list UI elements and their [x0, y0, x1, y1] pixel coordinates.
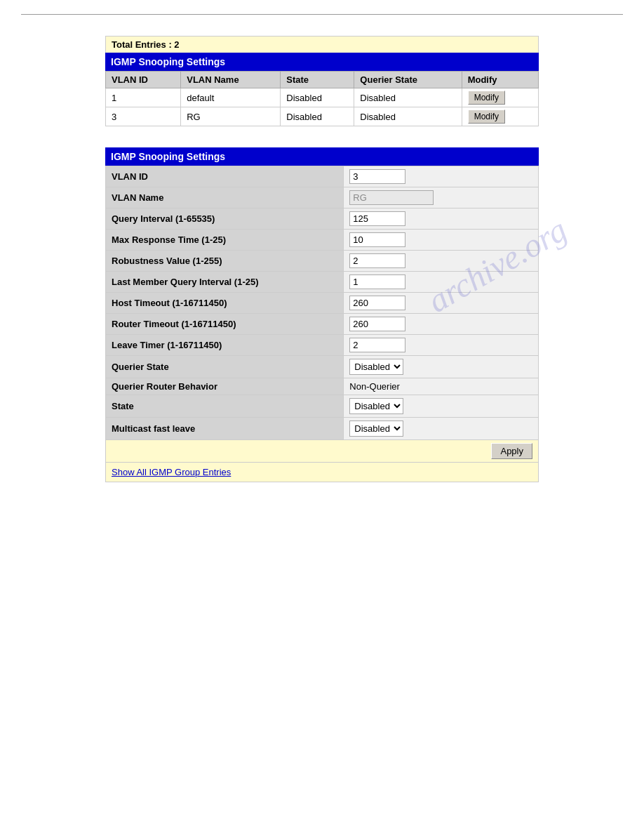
col-vlan-id: VLAN ID: [106, 72, 181, 88]
settings-label-7: Router Timeout (1-16711450): [106, 314, 344, 335]
settings-value-0[interactable]: [344, 166, 539, 187]
settings-input-3[interactable]: [349, 232, 405, 247]
settings-select-11[interactable]: DisabledEnabled: [349, 398, 403, 414]
settings-label-1: VLAN Name: [106, 187, 344, 208]
settings-row: Max Response Time (1-25): [106, 230, 539, 251]
settings-input-5[interactable]: [349, 274, 405, 289]
settings-label-8: Leave Timer (1-16711450): [106, 335, 344, 356]
cell-state: Disabled: [281, 88, 354, 107]
settings-label-2: Query Interval (1-65535): [106, 208, 344, 230]
settings-row: Querier State DisabledEnabled: [106, 356, 539, 378]
col-vlan-name: VLAN Name: [181, 72, 281, 88]
settings-input-1: [349, 190, 434, 205]
settings-label-3: Max Response Time (1-25): [106, 230, 344, 251]
cell-querier-state: Disabled: [354, 107, 462, 126]
settings-row: VLAN Name: [106, 187, 539, 208]
settings-label-0: VLAN ID: [106, 166, 344, 187]
cell-vlan-id: 3: [106, 107, 181, 126]
settings-value-2[interactable]: [344, 208, 539, 230]
col-state: State: [281, 72, 354, 88]
settings-label-12: Multicast fast leave: [106, 418, 344, 440]
settings-input-7[interactable]: [349, 317, 405, 331]
settings-value-11[interactable]: DisabledEnabled: [344, 395, 539, 418]
settings-row: Leave Timer (1-16711450): [106, 335, 539, 356]
settings-input-8[interactable]: [349, 338, 405, 352]
settings-row: Robustness Value (1-255): [106, 251, 539, 272]
table-row: 3 RG Disabled Disabled Modify: [106, 107, 539, 126]
col-modify: Modify: [462, 72, 538, 88]
total-entries-bar: Total Entries : 2: [105, 36, 539, 53]
settings-row: Last Member Query Interval (1-25): [106, 272, 539, 293]
settings-value-9[interactable]: DisabledEnabled: [344, 356, 539, 378]
settings-label-6: Host Timeout (1-16711450): [106, 293, 344, 314]
settings-row: Router Timeout (1-16711450): [106, 314, 539, 335]
settings-container: IGMP Snooping Settings VLAN ID VLAN Name…: [105, 147, 539, 482]
settings-text-10: Non-Querier: [349, 381, 400, 392]
cell-vlan-name: default: [181, 88, 281, 107]
apply-row: Apply: [106, 440, 539, 463]
modify-button-1[interactable]: Modify: [468, 110, 505, 124]
col-querier-state: Querier State: [354, 72, 462, 88]
settings-input-4[interactable]: [349, 253, 405, 268]
top-divider: [21, 14, 623, 15]
settings-label-10: Querier Router Behavior: [106, 378, 344, 395]
settings-value-8[interactable]: [344, 335, 539, 356]
settings-value-10: Non-Querier: [344, 378, 539, 395]
settings-select-9[interactable]: DisabledEnabled: [349, 359, 403, 375]
apply-cell: Apply: [106, 440, 539, 463]
table-row: 1 default Disabled Disabled Modify: [106, 88, 539, 107]
cell-vlan-id: 1: [106, 88, 181, 107]
show-all-igmp-link[interactable]: Show All IGMP Group Entries: [105, 463, 539, 482]
settings-row: Query Interval (1-65535): [106, 208, 539, 230]
settings-input-2[interactable]: [349, 211, 405, 226]
settings-value-12[interactable]: DisabledEnabled: [344, 418, 539, 440]
settings-value-5[interactable]: [344, 272, 539, 293]
table-header-row: VLAN ID VLAN Name State Querier State Mo…: [106, 72, 539, 88]
top-table-container: Total Entries : 2 IGMP Snooping Settings…: [105, 36, 539, 126]
settings-row: VLAN ID: [106, 166, 539, 187]
settings-select-12[interactable]: DisabledEnabled: [349, 421, 403, 437]
settings-row: Multicast fast leave DisabledEnabled: [106, 418, 539, 440]
cell-querier-state: Disabled: [354, 88, 462, 107]
settings-value-1: [344, 187, 539, 208]
settings-label-4: Robustness Value (1-255): [106, 251, 344, 272]
settings-table: VLAN ID VLAN Name Query Interval (1-6553…: [105, 166, 539, 463]
total-entries-label: Total Entries : 2: [112, 39, 180, 50]
settings-row: Host Timeout (1-16711450): [106, 293, 539, 314]
settings-label-5: Last Member Query Interval (1-25): [106, 272, 344, 293]
settings-input-0[interactable]: [349, 169, 405, 184]
settings-input-6[interactable]: [349, 296, 405, 310]
modify-button-0[interactable]: Modify: [468, 91, 505, 105]
cell-vlan-name: RG: [181, 107, 281, 126]
settings-row: State DisabledEnabled: [106, 395, 539, 418]
top-section-header: IGMP Snooping Settings: [105, 53, 539, 71]
settings-label-9: Querier State: [106, 356, 344, 378]
settings-value-6[interactable]: [344, 293, 539, 314]
settings-value-4[interactable]: [344, 251, 539, 272]
cell-modify: Modify: [462, 88, 538, 107]
settings-label-11: State: [106, 395, 344, 418]
settings-value-3[interactable]: [344, 230, 539, 251]
cell-modify: Modify: [462, 107, 538, 126]
igmp-table: VLAN ID VLAN Name State Querier State Mo…: [105, 71, 539, 126]
cell-state: Disabled: [281, 107, 354, 126]
settings-value-7[interactable]: [344, 314, 539, 335]
settings-row: Querier Router Behavior Non-Querier: [106, 378, 539, 395]
apply-button[interactable]: Apply: [491, 443, 532, 459]
settings-section-header: IGMP Snooping Settings: [105, 147, 539, 166]
